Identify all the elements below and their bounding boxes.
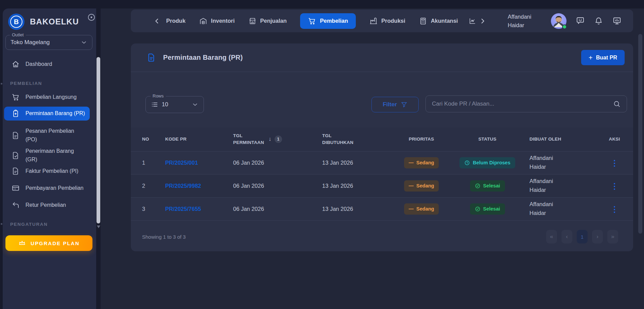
status-badge: Selesai xyxy=(470,180,505,192)
nav-item-akuntansi[interactable]: Akuntansi xyxy=(419,17,458,25)
warehouse-icon xyxy=(199,17,207,25)
upgrade-plan-button[interactable]: UPGRADE PLAN xyxy=(5,235,92,251)
nav-item-produk[interactable]: Produk xyxy=(166,18,186,24)
file-text-icon xyxy=(12,131,20,140)
pr-list-card: Permintaan Barang (PR) + Buat PR Rows 10… xyxy=(131,43,633,251)
table-row: 2 PR/2025/9982 06 Jan 2026 13 Jan 2026 —… xyxy=(131,174,633,197)
file-text-icon xyxy=(147,53,156,62)
pagination-page-1-button[interactable]: 1 xyxy=(577,230,588,243)
page-title-icon xyxy=(147,53,156,62)
status-badge: Belum Diproses xyxy=(459,157,515,168)
header-dibuat-oleh[interactable]: DIBUAT OLEH xyxy=(529,127,596,151)
brand-name: BAKOELKU xyxy=(30,17,79,26)
outlet-label: Outlet xyxy=(10,32,26,37)
sidebar-item-label: Pesanan Pembelian (PO) xyxy=(25,127,86,144)
funnel-icon xyxy=(401,101,407,108)
user-name: Affandani Haidar xyxy=(508,13,542,30)
filter-label: Filter xyxy=(383,101,397,108)
sidebar-item-label: Dashboard xyxy=(25,60,52,69)
credit-card-icon xyxy=(12,184,20,192)
row-actions-button[interactable] xyxy=(611,181,619,193)
pagination-first-button[interactable]: « xyxy=(546,230,557,243)
pagination-next-button[interactable]: › xyxy=(592,230,603,243)
plus-icon: + xyxy=(589,54,593,61)
pr-table: NO KODE PR TGL PERMINTAAN ↓ 1 TGL DIBUTU… xyxy=(131,127,633,221)
nav-item-inventori[interactable]: Inventori xyxy=(199,17,235,25)
pr-code-link[interactable]: PR/2025/7655 xyxy=(165,197,233,220)
cell-aksi xyxy=(596,151,633,174)
nav-item-pembelian[interactable]: Pembelian xyxy=(300,13,356,29)
outlet-select[interactable]: Outlet Toko Magelang xyxy=(5,35,92,50)
cell-dibuat-oleh: Affandani Haidar xyxy=(529,151,596,174)
sidebar-scrollbar[interactable] xyxy=(97,57,100,223)
sidebar-item-faktur-pembelian[interactable]: Faktur Pembelian (PI) xyxy=(4,164,90,178)
filter-button[interactable]: Filter xyxy=(371,97,419,112)
sidebar-item-pembayaran-pembelian[interactable]: Pembayaran Pembelian xyxy=(4,181,90,195)
top-navigation: Produk Inventori Penjualan Pembelian Pro… xyxy=(131,10,633,32)
nav-item-penjualan[interactable]: Penjualan xyxy=(248,17,287,25)
pagination-last-button[interactable]: » xyxy=(607,230,618,243)
cell-dibuat-oleh: Affandani Haidar xyxy=(529,197,596,220)
return-arrow-icon xyxy=(12,201,20,209)
sidebar-item-pesanan-pembelian[interactable]: Pesanan Pembelian (PO) xyxy=(4,124,90,147)
header-label: TGL PERMINTAAN xyxy=(233,132,265,146)
sidebar-item-retur-pembelian[interactable]: Retur Pembelian xyxy=(4,198,90,212)
priority-badge: — Sedang xyxy=(404,180,439,192)
sidebar-item-penerimaan-barang[interactable]: Penerimaan Barang (GR) xyxy=(4,144,90,167)
header-kode-pr[interactable]: KODE PR xyxy=(165,127,233,151)
sidebar-scroll-down-arrow[interactable] xyxy=(97,225,100,228)
main-scrollbar[interactable] xyxy=(638,34,642,234)
header-prioritas[interactable]: PRIORITAS xyxy=(398,127,445,151)
online-status-dot xyxy=(562,24,567,29)
store-icon xyxy=(248,17,257,25)
nav-items: Produk Inventori Penjualan Pembelian Pro… xyxy=(166,13,458,29)
cell-tgl-dibutuhkan: 13 Jan 2026 xyxy=(322,151,398,174)
showing-summary: Showing 1 to 3 of 3 xyxy=(142,234,186,240)
rows-value: 10 xyxy=(162,101,168,108)
table-row: 3 PR/2025/7655 06 Jan 2026 13 Jan 2026 —… xyxy=(131,197,633,220)
search-input[interactable] xyxy=(432,101,613,107)
cell-tgl-dibutuhkan: 13 Jan 2026 xyxy=(322,174,398,197)
chart-icon[interactable] xyxy=(469,17,476,25)
chevron-right-icon[interactable] xyxy=(479,17,486,25)
cell-prioritas: — Sedang xyxy=(398,174,445,197)
display-button[interactable] xyxy=(612,16,622,25)
target-icon xyxy=(87,13,96,22)
pr-code-link[interactable]: PR/2025/001 xyxy=(165,151,233,174)
chevron-down-icon xyxy=(81,39,87,46)
sidebar-item-dashboard[interactable]: Dashboard xyxy=(4,57,90,71)
outlet-value: Toko Magelang xyxy=(11,39,50,46)
header-tgl-dibutuhkan[interactable]: TGL DIBUTUHKAN xyxy=(322,127,398,151)
chevron-down-icon xyxy=(192,101,198,108)
nav-item-produksi[interactable]: Produksi xyxy=(369,17,405,25)
sort-order-badge: 1 xyxy=(275,135,282,143)
factory-icon xyxy=(369,17,378,25)
sidebar-item-permintaan-barang[interactable]: Permintaan Barang (PR) xyxy=(4,107,90,121)
card-header: Permintaan Barang (PR) + Buat PR xyxy=(131,43,633,72)
upgrade-plan-label: UPGRADE PLAN xyxy=(31,240,80,246)
sidebar-item-label: Permintaan Barang (PR) xyxy=(25,109,85,118)
notifications-button[interactable] xyxy=(594,16,603,25)
sort-desc-icon[interactable]: ↓ xyxy=(268,136,272,143)
header-tgl-permintaan[interactable]: TGL PERMINTAAN ↓ 1 xyxy=(233,127,322,151)
create-pr-button[interactable]: + Buat PR xyxy=(581,50,625,65)
rows-per-page-select[interactable]: Rows 10 xyxy=(145,96,204,113)
row-actions-button[interactable] xyxy=(611,204,619,216)
header-status[interactable]: STATUS xyxy=(445,127,529,151)
sidebar-section-pembelian: PEMBELIAN xyxy=(10,81,42,86)
sidebar-collapse-button[interactable] xyxy=(87,13,96,22)
sidebar-item-pembelian-langsung[interactable]: Pembelian Langsung xyxy=(4,90,90,104)
user-avatar[interactable] xyxy=(551,13,567,29)
chevron-left-icon xyxy=(153,17,161,25)
search-box xyxy=(425,95,627,112)
row-actions-button[interactable] xyxy=(611,158,619,169)
search-icon[interactable] xyxy=(613,100,621,108)
sidebar: B BAKOELKU Outlet Toko Magelang Dashboar… xyxy=(3,8,96,309)
feedback-button[interactable] xyxy=(576,16,585,25)
cell-tgl-permintaan: 06 Jan 2026 xyxy=(233,197,322,220)
pagination-prev-button[interactable]: ‹ xyxy=(561,230,572,243)
nav-scroll-left-button[interactable] xyxy=(153,17,161,25)
pr-code-link[interactable]: PR/2025/9982 xyxy=(165,174,233,197)
cell-prioritas: — Sedang xyxy=(398,197,445,220)
bell-icon xyxy=(594,16,603,25)
